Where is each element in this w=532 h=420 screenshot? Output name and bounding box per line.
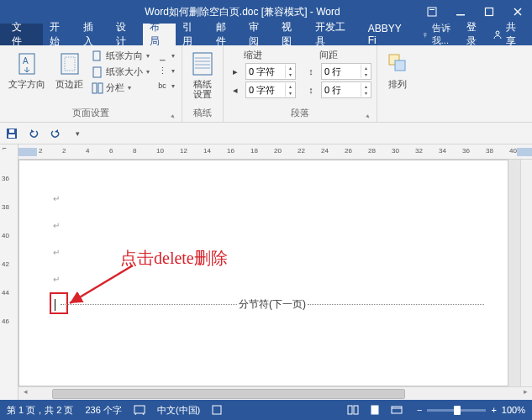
svg-rect-18 [9,129,14,133]
document-area: ⌐ 363840424446 2246810121416182022242628… [0,144,532,400]
spin-down[interactable]: ▾ [361,90,371,97]
ribbon-display-options-button[interactable] [418,0,446,24]
tab-file[interactable]: 文件 [0,24,43,45]
orientation-button[interactable]: 纸张方向▾ [90,49,151,63]
redo-button[interactable] [47,125,64,142]
status-bar: 第 1 页，共 2 页 236 个字 中文(中国) − + 100% [0,400,532,420]
svg-rect-21 [213,406,221,414]
svg-rect-3 [486,8,493,16]
paragraph-label[interactable]: 段落 [229,105,371,122]
manuscript-icon [191,50,214,77]
indent-right-input[interactable]: ▴▾ [245,81,296,98]
svg-rect-10 [93,67,101,77]
orientation-icon [92,50,103,62]
text-direction-button[interactable]: A 文字方向 [5,49,49,91]
undo-button[interactable] [25,125,42,142]
page-setup-label[interactable]: 页面设置 [5,105,176,122]
save-button[interactable] [3,125,20,142]
paragraph-mark [53,192,482,204]
tab-design[interactable]: 设计 [109,24,142,45]
zoom-out-button[interactable]: − [417,405,422,415]
share-button[interactable]: 共享 [492,20,525,49]
svg-point-4 [496,31,499,34]
tab-view[interactable]: 视图 [275,24,308,45]
arrange-button[interactable]: 排列 [382,49,413,91]
size-button[interactable]: 纸张大小▾ [90,65,151,79]
view-read-mode[interactable] [345,402,361,417]
status-macro-icon[interactable] [212,405,222,415]
svg-rect-25 [392,407,402,413]
share-icon [492,29,503,39]
view-print-layout[interactable] [366,402,383,417]
breaks-button[interactable]: ⎯▾ [155,49,176,62]
margins-button[interactable]: 页边距 [52,49,87,91]
svg-rect-17 [8,134,15,138]
view-web-layout[interactable] [388,402,405,417]
text-direction-icon: A [15,50,39,77]
horizontal-scrollbar[interactable]: ◂ ▸ [18,386,532,400]
spin-up[interactable]: ▴ [285,65,295,71]
spin-down[interactable]: ▾ [285,90,295,97]
tell-me-search[interactable]: ♀ 告诉我... [422,24,466,45]
spin-up[interactable]: ▴ [285,83,295,90]
section-break: 分节符(下一页) [61,297,484,312]
breaks-icon: ⎯ [156,50,168,61]
group-paragraph: 缩进 ▸ ▴▾ ◂ ▴▾ 间距 [224,45,377,122]
vertical-ruler[interactable]: ⌐ 363840424446 [0,144,18,400]
line-numbers-button[interactable]: ⋮▾ [155,64,176,77]
vertical-scrollbar[interactable] [520,160,532,386]
svg-rect-23 [354,406,358,414]
space-after-icon: ↕ [304,85,318,95]
status-page[interactable]: 第 1 页，共 2 页 [7,404,73,417]
group-page-setup: A 文字方向 页边距 纸张方向▾ 纸张大小▾ 分栏▾ [0,45,182,122]
svg-rect-2 [456,14,465,16]
columns-button[interactable]: 分栏▾ [90,81,151,95]
spin-up[interactable]: ▴ [361,83,371,90]
svg-rect-22 [348,406,352,414]
tab-layout[interactable]: 布局 [143,24,176,45]
tab-insert[interactable]: 插入 [76,24,109,45]
svg-rect-24 [371,406,378,414]
hyphenation-button[interactable]: bc▾ [155,79,176,92]
ribbon-tabs: 文件 开始 插入 设计 布局 引用 邮件 审阅 视图 开发工具 ABBYY Fi… [0,24,532,45]
svg-rect-11 [92,83,97,93]
lightbulb-icon: ♀ [422,29,429,39]
line-numbers-icon: ⋮ [156,65,168,76]
zoom-slider[interactable] [427,409,486,412]
tell-me-label: 告诉我... [432,22,466,47]
spin-up[interactable]: ▴ [361,65,371,71]
zoom-in-button[interactable]: + [491,405,496,415]
space-before-input[interactable]: ▴▾ [321,63,371,80]
login-button[interactable]: 登录 [466,20,486,49]
tab-abbyy[interactable]: ABBYY Fi [361,24,419,45]
window-title: Word如何删除空白页.doc [兼容模式] - Word [67,5,418,19]
horizontal-ruler[interactable]: 2246810121416182022242628303234363840 [18,144,532,160]
svg-rect-9 [93,51,100,60]
columns-icon [92,82,103,94]
paragraph-mark [53,219,482,231]
status-word-count[interactable]: 236 个字 [85,404,121,417]
tab-review[interactable]: 审阅 [242,24,275,45]
tab-home[interactable]: 开始 [43,24,76,45]
space-after-input[interactable]: ▴▾ [321,81,371,98]
status-spellcheck-icon[interactable] [134,404,145,416]
svg-rect-8 [65,57,75,71]
size-icon [92,66,103,78]
tab-mailings[interactable]: 邮件 [209,24,242,45]
manuscript-settings-button[interactable]: 稿纸 设置 [187,49,218,101]
status-language[interactable]: 中文(中国) [157,404,200,417]
svg-rect-13 [193,53,212,75]
svg-rect-20 [134,406,145,413]
margins-icon [58,50,82,77]
document-canvas[interactable]: 点击delete删除 分节符(下一页) [18,160,508,386]
spin-down[interactable]: ▾ [361,71,371,78]
zoom-level[interactable]: 100% [502,405,525,415]
spacing-heading: 间距 [304,49,371,61]
indent-left-input[interactable]: ▴▾ [245,63,296,80]
tab-references[interactable]: 引用 [176,24,208,45]
qat-customize[interactable]: ▾ [69,125,86,142]
spin-down[interactable]: ▾ [285,71,295,78]
quick-access-toolbar: ▾ [0,123,532,144]
tab-developer[interactable]: 开发工具 [308,24,361,45]
space-before-icon: ↕ [304,66,318,76]
